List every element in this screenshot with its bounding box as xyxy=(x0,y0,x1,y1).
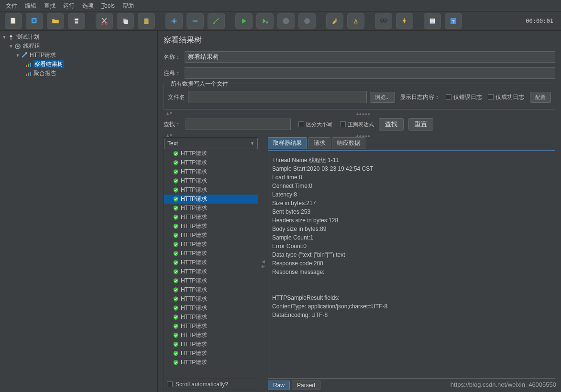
svg-marker-17 xyxy=(283,18,289,24)
tab-parsed[interactable]: Parsed xyxy=(292,381,320,390)
svg-point-18 xyxy=(304,18,310,24)
name-input[interactable] xyxy=(185,51,555,63)
filename-input[interactable] xyxy=(188,91,367,103)
shutdown-icon[interactable] xyxy=(298,13,316,29)
tree-view-results-tree[interactable]: 察看结果树 xyxy=(0,60,157,69)
sample-item[interactable]: HTTP请求 xyxy=(164,267,258,276)
reset-search-icon[interactable] xyxy=(396,13,413,29)
svg-point-13 xyxy=(213,22,215,24)
log-content-label: 显示日志内容： xyxy=(400,93,440,101)
tree-thread-group[interactable]: ▼ 线程组 xyxy=(0,42,157,51)
vertical-split[interactable]: ◀▶ xyxy=(261,137,265,390)
svg-marker-15 xyxy=(263,18,266,23)
svg-point-20 xyxy=(381,19,384,22)
sample-item[interactable]: HTTP请求 xyxy=(164,258,258,267)
svg-point-16 xyxy=(266,21,268,23)
tree-http-request[interactable]: ▼ HTTP请求 xyxy=(0,51,157,60)
sample-item[interactable]: HTTP请求 xyxy=(164,231,258,240)
stop-icon[interactable] xyxy=(277,13,295,29)
new-file-icon[interactable] xyxy=(5,13,22,29)
sample-item[interactable]: HTTP请求 xyxy=(164,167,258,176)
sample-item[interactable]: HTTP请求 xyxy=(164,331,258,340)
menu-help[interactable]: 帮助 xyxy=(119,0,138,11)
sample-item[interactable]: HTTP请求 xyxy=(164,340,258,349)
sample-item[interactable]: HTTP请求 xyxy=(164,222,258,231)
tab-response-data[interactable]: 响应数据 xyxy=(332,137,365,149)
search-button[interactable]: 查找 xyxy=(379,118,404,131)
sample-item[interactable]: HTTP请求 xyxy=(164,176,258,185)
start-no-pause-icon[interactable] xyxy=(256,13,274,29)
svg-rect-30 xyxy=(28,64,29,67)
sample-item[interactable]: HTTP请求 xyxy=(164,276,258,285)
only-success-checkbox[interactable]: 仅成功日志 xyxy=(488,93,524,101)
write-results-legend: 所有数据写入一个文件 xyxy=(169,80,230,88)
sample-item[interactable]: HTTP请求 xyxy=(164,294,258,304)
sample-item[interactable]: HTTP请求 xyxy=(164,358,258,367)
scroll-auto-checkbox[interactable] xyxy=(167,381,173,387)
svg-rect-34 xyxy=(30,72,31,76)
split-handle-1[interactable]: ▲▼▴▴▴▴▴ xyxy=(164,111,555,115)
browse-button[interactable]: 浏览... xyxy=(370,92,395,103)
expand-icon[interactable] xyxy=(165,13,183,29)
sample-item[interactable]: HTTP请求 xyxy=(164,285,258,294)
save-icon[interactable] xyxy=(68,13,85,29)
svg-rect-19 xyxy=(335,18,337,20)
sample-item[interactable]: HTTP请求 xyxy=(164,213,258,222)
tab-raw[interactable]: Raw xyxy=(268,381,290,390)
case-sensitive-checkbox[interactable]: 区分大小写 xyxy=(298,121,332,128)
menu-run[interactable]: 运行 xyxy=(59,0,78,11)
menu-options[interactable]: 选项 xyxy=(78,0,98,11)
menu-search[interactable]: 查找 xyxy=(40,0,59,11)
cut-icon[interactable] xyxy=(96,13,113,29)
templates-icon[interactable] xyxy=(26,13,43,29)
sample-item[interactable]: HTTP请求 xyxy=(164,304,258,313)
menu-bar: 文件 编辑 查找 运行 选项 Tools 帮助 xyxy=(0,0,561,11)
sample-item[interactable]: HTTP请求 xyxy=(164,249,258,258)
help-icon[interactable]: ? xyxy=(445,13,462,29)
menu-edit[interactable]: 编辑 xyxy=(21,0,40,11)
sample-item[interactable]: HTTP请求 xyxy=(164,204,258,213)
svg-point-21 xyxy=(384,19,386,22)
tree-aggregate-report[interactable]: 聚合报告 xyxy=(0,69,157,78)
regex-checkbox[interactable]: 正则表达式 xyxy=(340,121,374,128)
sample-item[interactable]: HTTP请求 xyxy=(164,322,258,331)
renderer-select[interactable]: Text▼ xyxy=(164,138,258,149)
function-helper-icon[interactable] xyxy=(424,13,441,29)
only-error-checkbox[interactable]: 仅错误日志 xyxy=(446,93,482,101)
clear-all-icon[interactable] xyxy=(347,13,364,29)
search-input[interactable] xyxy=(186,119,291,130)
sample-item[interactable]: HTTP请求 xyxy=(164,149,258,158)
sample-item[interactable]: HTTP请求 xyxy=(164,158,258,167)
start-icon[interactable] xyxy=(235,13,253,29)
copy-icon[interactable] xyxy=(117,13,134,29)
sample-list[interactable]: HTTP请求HTTP请求HTTP请求HTTP请求HTTP请求HTTP请求HTTP… xyxy=(164,149,258,379)
configure-button[interactable]: 配置 xyxy=(530,92,551,103)
menu-file[interactable]: 文件 xyxy=(2,0,21,11)
collapse-icon[interactable] xyxy=(187,13,204,29)
svg-rect-10 xyxy=(124,20,128,24)
svg-rect-29 xyxy=(26,65,27,67)
split-handle-2[interactable]: ▲▼▴▴▴▴▴ xyxy=(164,133,555,137)
sample-item[interactable]: HTTP请求 xyxy=(164,240,258,249)
reset-button[interactable]: 重置 xyxy=(408,118,433,131)
svg-marker-14 xyxy=(242,18,246,23)
svg-rect-6 xyxy=(75,21,78,23)
search-label: 查找： xyxy=(164,120,181,129)
paste-icon[interactable] xyxy=(138,13,155,29)
sample-item[interactable]: HTTP请求 xyxy=(164,313,258,322)
comment-input[interactable] xyxy=(185,67,555,79)
tree-test-plan[interactable]: ▼ 测试计划 xyxy=(0,33,157,42)
tab-sampler-result[interactable]: 取样器结果 xyxy=(268,137,307,149)
sample-item[interactable]: HTTP请求 xyxy=(164,185,258,195)
menu-tools[interactable]: Tools xyxy=(98,0,119,11)
sample-item[interactable]: HTTP请求 xyxy=(164,349,258,358)
listener-panel: 察看结果树 名称： 注释： 所有数据写入一个文件 文件名 浏览... 显示日志内… xyxy=(158,31,561,392)
tab-request[interactable]: 请求 xyxy=(308,137,330,149)
sample-item[interactable]: HTTP请求 xyxy=(164,195,258,204)
clear-icon[interactable] xyxy=(326,13,343,29)
toggle-icon[interactable] xyxy=(208,13,225,29)
elapsed-timer: 00:00:01 xyxy=(521,18,558,24)
search-icon[interactable] xyxy=(375,13,392,29)
open-file-icon[interactable] xyxy=(47,13,64,29)
svg-rect-31 xyxy=(30,63,31,67)
